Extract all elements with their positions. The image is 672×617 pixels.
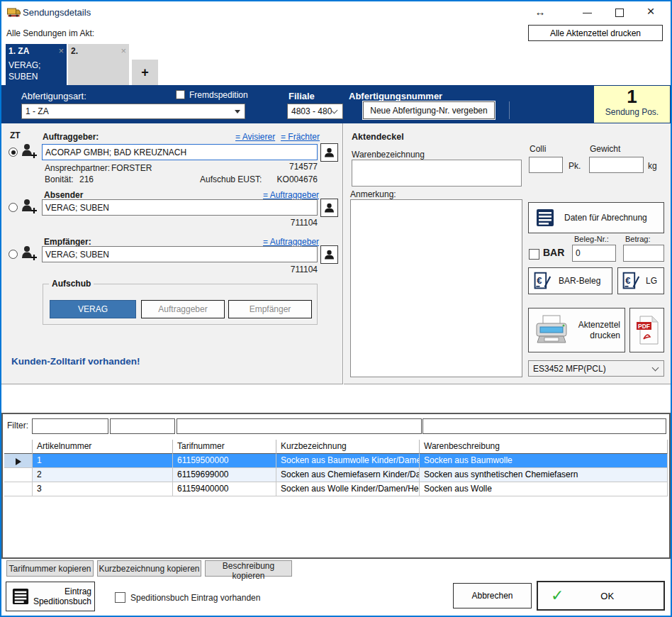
tab1-close-icon[interactable]: × <box>58 45 64 56</box>
colli-label: Colli <box>530 144 546 154</box>
eintrag-speditionsbuch-button[interactable]: Eintrag Speditionsbuch <box>6 582 95 611</box>
minimize-button[interactable] <box>583 13 592 13</box>
absender-input[interactable] <box>42 199 318 216</box>
ansprechpartner-label: Ansprechpartner: <box>45 163 110 173</box>
colli-input[interactable] <box>529 157 563 173</box>
aktendeckel-panel: Aktendeckel Warenbezeichnung Colli Pk. G… <box>344 123 671 384</box>
fremdspedition-label: Fremdspedition <box>189 90 248 100</box>
speditionsbuch-checkbox[interactable] <box>115 592 125 603</box>
row-selector-cell[interactable] <box>4 454 33 468</box>
cell-kurzbezeichnung[interactable]: Socken aus Baumwolle Kinder/Damen/Herren <box>276 454 420 468</box>
resize-arrows-icon[interactable]: ↔ <box>532 6 548 18</box>
betrag-input[interactable] <box>623 245 664 262</box>
cell-artikelnummer[interactable]: 3 <box>33 482 173 496</box>
tab1-title: 1. ZA <box>9 46 64 56</box>
daten-abrechnung-label: Daten für Abrechnung <box>564 213 647 223</box>
beschreibung-kopieren-button[interactable]: Beschreibung kopieren <box>205 560 292 577</box>
aktendeckel-title: Aktendeckel <box>352 132 404 142</box>
ok-label: OK <box>551 591 663 601</box>
filter-input-2[interactable] <box>110 418 175 434</box>
close-button[interactable]: × <box>643 4 659 19</box>
bar-beleg-button[interactable]: € BAR-Beleg <box>528 267 612 294</box>
auftraggeber-person-button[interactable] <box>320 143 338 162</box>
alle-aktenzettel-drucken-button[interactable]: Alle Aktenzettel drucken <box>528 25 663 41</box>
table-row[interactable]: 1 61159500000 Socken aus Baumwolle Kinde… <box>4 454 668 468</box>
empfaenger-input[interactable] <box>42 246 318 262</box>
cell-kurzbezeichnung[interactable]: Socken aus Chemiefasern Kinder/Damen/Hee… <box>276 468 420 482</box>
anmerkung-textarea[interactable] <box>350 199 522 377</box>
abfertigungsart-dropdown[interactable]: 1 - ZA <box>21 104 245 119</box>
fremdspedition-checkbox[interactable] <box>176 90 185 99</box>
current-row-arrow-icon <box>16 458 21 465</box>
zt-radio-empfaenger[interactable] <box>9 250 18 259</box>
daten-abrechnung-button[interactable]: Daten für Abrechnung <box>528 202 664 233</box>
empfaenger-person-button[interactable] <box>320 245 338 264</box>
pdf-icon: PDF <box>635 316 659 345</box>
tab2-close-icon[interactable]: × <box>121 45 126 56</box>
aktenzettel-drucken-button[interactable]: Aktenzettel drucken <box>528 308 625 352</box>
ok-button[interactable]: ✓ OK <box>537 581 665 611</box>
ledger-icon <box>12 588 29 605</box>
pk-label: Pk. <box>569 161 581 171</box>
absender-auftraggeber-link[interactable]: = Auftraggeber <box>263 190 319 200</box>
cell-tarifnummer[interactable]: 61159500000 <box>173 454 276 468</box>
avisierer-link[interactable]: = Avisierer <box>235 132 275 142</box>
maximize-button[interactable] <box>615 9 624 17</box>
grid-header-warenbeschreibung[interactable]: Warenbeschreibung <box>420 440 668 455</box>
abbrechen-button[interactable]: Abbrechen <box>453 583 532 608</box>
printer-select[interactable]: ES3452 MFP(PCL) <box>528 360 664 377</box>
absender-person-button[interactable] <box>320 199 338 217</box>
filiale-dropdown[interactable]: 4803 - 480 <box>287 104 343 119</box>
app-truck-icon <box>7 6 21 18</box>
table-row[interactable]: 2 61159699000 Socken aus Chemiefasern Ki… <box>4 468 668 482</box>
cell-artikelnummer[interactable]: 1 <box>33 454 173 468</box>
tab1-line2: VERAG; <box>9 60 64 70</box>
filter-input-1[interactable] <box>32 418 108 434</box>
bar-checkbox[interactable] <box>529 249 539 260</box>
cell-warenbeschreibung[interactable]: Socken aus Wolle <box>420 482 668 496</box>
add-sendung-button[interactable]: + <box>132 60 158 85</box>
cell-tarifnummer[interactable]: 61159699000 <box>173 468 276 482</box>
cell-artikelnummer[interactable]: 2 <box>33 468 173 482</box>
filter-input-3[interactable] <box>177 418 422 434</box>
grid-header-artikelnummer[interactable]: Artikelnummer <box>33 440 173 455</box>
warenbezeichnung-textarea[interactable] <box>352 160 522 187</box>
svg-text:€: € <box>537 275 542 286</box>
row-selector-cell[interactable] <box>4 468 33 482</box>
cell-tarifnummer[interactable]: 61159400000 <box>173 482 276 496</box>
cell-kurzbezeichnung[interactable]: Socken aus Wolle Kinder/Damen/Heeren <box>276 482 420 496</box>
aufschub-verag-button[interactable]: VERAG <box>50 300 136 318</box>
lg-button[interactable]: € LG <box>617 267 664 294</box>
bonitaet-label: Bonität: <box>45 174 74 184</box>
aufschub-empfaenger-button[interactable]: Empfänger <box>228 300 312 318</box>
cell-warenbeschreibung[interactable]: Socken aus Baumwolle <box>420 454 668 468</box>
fraechter-link[interactable]: = Frächter <box>281 132 320 142</box>
grid-header-tarifnummer[interactable]: Tarifnummer <box>173 440 276 455</box>
filter-input-4[interactable] <box>422 418 666 434</box>
chevron-down-icon <box>331 107 338 114</box>
zt-radio-auftraggeber[interactable] <box>9 148 18 157</box>
aktenzettel-label-line2: drucken <box>590 330 620 340</box>
gewicht-input[interactable] <box>589 157 644 173</box>
kurzbezeichnung-kopieren-button[interactable]: Kurzbezeichnung kopieren <box>97 560 201 577</box>
bar-label: BAR <box>543 247 564 258</box>
zt-radio-absender[interactable] <box>9 203 18 212</box>
empfaenger-auftraggeber-link[interactable]: = Auftraggeber <box>263 237 319 247</box>
row-selector-cell[interactable] <box>4 482 33 496</box>
pdf-export-button[interactable]: PDF <box>629 308 664 352</box>
cell-warenbeschreibung[interactable]: Socken aus synthetischen Chemiefasern <box>420 468 668 482</box>
euro-receipt-icon: € <box>533 271 551 291</box>
neue-abfertigung-nr-button[interactable]: Neue Abfertigung-Nr. vergeben <box>363 101 495 119</box>
auftraggeber-input[interactable] <box>42 144 318 160</box>
tab-sendung-2[interactable]: × 2. <box>68 44 129 85</box>
abfertigung-band: Abfertigungsart: 1 - ZA Fremdspedition F… <box>1 85 671 123</box>
beleg-nr-input[interactable] <box>572 245 616 262</box>
auftraggeber-label: Auftraggeber: <box>43 132 99 142</box>
aufschub-auftraggeber-button[interactable]: Auftraggeber <box>141 300 225 318</box>
tab-sendung-1[interactable]: × 1. ZA VERAG; SUBEN <box>6 44 67 85</box>
tarifnummer-kopieren-button[interactable]: Tarifnummer kopieren <box>6 560 94 577</box>
table-row[interactable]: 3 61159400000 Socken aus Wolle Kinder/Da… <box>4 482 668 496</box>
grid-header-kurzbezeichnung[interactable]: Kurzbezeichnung <box>276 440 420 455</box>
lg-label: LG <box>646 276 657 286</box>
tab2-title: 2. <box>71 46 126 56</box>
